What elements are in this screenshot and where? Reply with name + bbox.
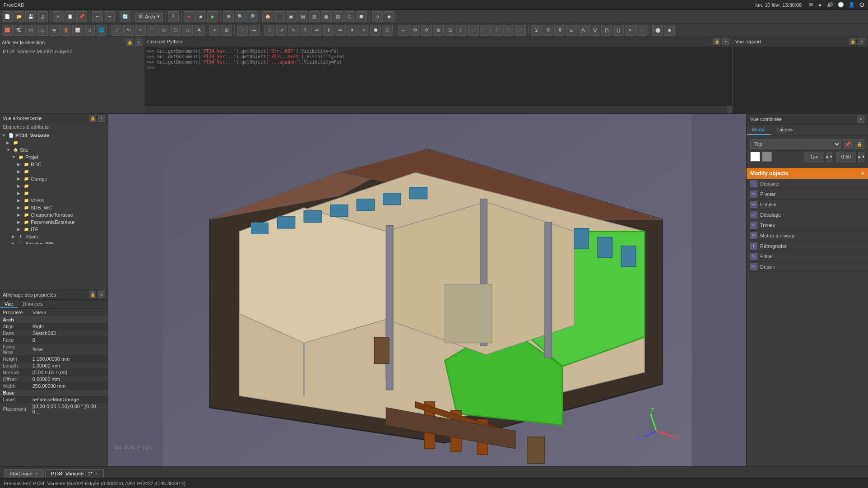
tree-toggle9[interactable]: ▶ [17, 191, 22, 195]
prop-placement-val[interactable]: [(0,00 0,00 1,00);0,00 °;(0,00 0,... [30, 403, 108, 415]
arch-extra4[interactable]: ⇑ [300, 25, 311, 36]
arch-extra6[interactable]: ⇓ [323, 25, 334, 36]
undo-btn[interactable]: ↩ [92, 11, 103, 22]
arch-extra34[interactable]: ◉ [664, 25, 675, 36]
console-close-btn[interactable]: × [722, 38, 729, 45]
3d-viewport[interactable]: X Z Y 101.0/0.2 Fps [108, 114, 746, 466]
prop-row-width[interactable]: Width 250,00000 mm [0, 383, 108, 390]
tree-item-ite[interactable]: ▶ 📁 ITE [1, 226, 107, 233]
tree-toggle12[interactable]: ▶ [17, 213, 22, 217]
new-btn[interactable]: 📄 [2, 11, 13, 22]
view-lock-btn[interactable]: 🔒 [854, 139, 864, 149]
tree-lock-btn[interactable]: 🔒 [89, 115, 96, 122]
draft-arc-btn[interactable]: ⌒ [147, 25, 158, 36]
arch-extra13[interactable]: ⟲ [409, 25, 420, 36]
tree-item-blank3[interactable]: ▶ 📁 [1, 182, 107, 190]
arch-stairs-btn[interactable]: ╤ [49, 25, 60, 36]
bottom-view-btn[interactable]: ▦ [321, 11, 332, 22]
prop-row-offset[interactable]: Offset 0,00000 mm [0, 376, 108, 383]
arch-extra26[interactable]: ⊾ [566, 25, 577, 36]
px-input[interactable]: 1px [804, 152, 824, 162]
arch-extra29[interactable]: ⋂ [601, 25, 612, 36]
modify-retrograder[interactable]: ⬇ Rétrograder [747, 241, 868, 251]
arch-extra15[interactable]: ⊠ [433, 25, 444, 36]
console-lock-btn[interactable]: 🔒 [713, 38, 720, 45]
modify-decalage[interactable]: ⤢ Décalage [747, 210, 868, 220]
tree-close-btn[interactable]: × [98, 115, 105, 122]
arch-extra5[interactable]: ⇒ [311, 25, 322, 36]
home-view-btn[interactable]: 🏠 [262, 11, 273, 22]
arch-site-btn[interactable]: 🌐 [96, 25, 107, 36]
arch-extra32[interactable]: ⋅ [636, 25, 647, 36]
prop-row-base[interactable]: Base Sketch083 [0, 330, 108, 337]
arch-extra31[interactable]: ⋄ [625, 25, 636, 36]
play-btn[interactable]: ▶ [207, 11, 218, 22]
arch-extra20[interactable]: ⋮ [492, 25, 502, 36]
arch-extra25[interactable]: ⊽ [554, 25, 565, 36]
prop-offset-val[interactable]: 0,00000 mm [30, 376, 108, 383]
selection-lock-btn[interactable]: 🔒 [126, 39, 133, 46]
props-close-btn[interactable]: × [98, 291, 105, 298]
arch-window-btn[interactable]: 🪟 [72, 25, 83, 36]
arch-extra30[interactable]: ⋃ [613, 25, 624, 36]
prop-row-length[interactable]: Length 1,00000 mm [0, 363, 108, 369]
arch-space-btn[interactable]: □ [84, 25, 95, 36]
arch-extra27[interactable]: ⋀ [578, 25, 589, 36]
arch-wall-btn[interactable]: 🧱 [2, 25, 13, 36]
tree-toggle[interactable]: ▼ [2, 133, 6, 138]
tree-item-stairs[interactable]: ▶ ⬆ Stairs [1, 233, 107, 240]
prop-row-label[interactable]: Label rehausseMobGarage [0, 396, 108, 403]
tab-start-page[interactable]: Start page × [4, 469, 44, 478]
prop-row-placement[interactable]: Placement [(0,00 0,00 1,00);0,00 °;(0,00… [0, 403, 108, 415]
prop-row-height[interactable]: Height 1 150,00000 mm [0, 356, 108, 363]
tree-item-blank2[interactable]: ▶ 📁 [1, 168, 107, 175]
vuerapport-lock-btn[interactable]: 🔒 [849, 38, 856, 45]
ortho-btn[interactable]: ⬡ [344, 11, 355, 22]
tree-item-sdbwc[interactable]: ▶ 📁 SDB_WC [1, 204, 107, 211]
back-view-btn[interactable]: ▧ [333, 11, 343, 22]
tree-toggle14[interactable]: ▶ [17, 227, 22, 232]
arch-struct-btn[interactable]: 🏗 [14, 25, 24, 36]
draft-ellipse-btn[interactable]: ⊙ [158, 25, 169, 36]
arch-extra9[interactable]: ✧ [358, 25, 369, 36]
arch-extra19[interactable]: ⋯ [480, 25, 491, 36]
modify-trimex[interactable]: ✂ Trimex [747, 220, 868, 231]
draft-circle-btn[interactable]: ○ [135, 25, 146, 36]
draft-rect-btn[interactable]: □ [182, 25, 193, 36]
prop-row-face[interactable]: Face 0 [0, 337, 108, 344]
tab-pt34[interactable]: PT34_Variante : 1* × [45, 469, 104, 478]
paste-btn[interactable]: 📌 [76, 11, 87, 22]
arch-extra28[interactable]: ⋁ [589, 25, 600, 36]
modify-dessin[interactable]: ✏ Dessin [747, 262, 868, 272]
tree-item-volets[interactable]: ▶ 📁 Volets [1, 197, 107, 204]
save-btn[interactable]: 💾 [25, 11, 36, 22]
prop-normal-val[interactable]: [0,00 0,00 0,00] [30, 369, 108, 376]
tree-item-blank4[interactable]: ▶ 📁 [1, 190, 107, 197]
tree-item-projet[interactable]: ▼ 📁 Projet [1, 153, 107, 161]
add-btn[interactable]: + [237, 25, 248, 36]
modify-mettre-a-niveau[interactable]: ⊟ Mettre à niveau [747, 231, 868, 241]
arch-extra1[interactable]: ↕ [265, 25, 275, 36]
user-icon[interactable]: 👤 [849, 2, 855, 8]
tree-item-rdc[interactable]: ▶ 📁 RDC [1, 161, 107, 168]
tree-toggle6[interactable]: ▶ [17, 169, 22, 174]
tab-donnees[interactable]: Données [18, 300, 47, 308]
modify-close-btn[interactable]: × [861, 170, 864, 177]
prop-length-val[interactable]: 1,00000 mm [30, 363, 108, 369]
arch-extra21[interactable]: ⋱ [503, 25, 514, 36]
arch-extra12[interactable]: ↔ [398, 25, 408, 36]
modify-editer[interactable]: ✎ Editer [747, 251, 868, 262]
front-view-btn[interactable]: ⬛ [274, 11, 285, 22]
arch-extra24[interactable]: ⊼ [543, 25, 553, 36]
open-btn[interactable]: 📂 [14, 11, 24, 22]
px-chevron-btn[interactable]: ▲▼ [826, 152, 832, 162]
persp-btn[interactable]: ⬢ [356, 11, 367, 22]
arch-extra10[interactable]: ⬟ [370, 25, 381, 36]
tree-toggle5[interactable]: ▶ [17, 162, 22, 167]
tree-toggle7[interactable]: ▶ [17, 177, 22, 181]
shaded-btn[interactable]: ◆ [384, 11, 395, 22]
copy-btn[interactable]: 📋 [65, 11, 75, 22]
tree-toggle3[interactable]: ▼ [6, 148, 11, 152]
stop-btn[interactable]: ■ [195, 11, 206, 22]
tab-start-close[interactable]: × [35, 471, 38, 476]
